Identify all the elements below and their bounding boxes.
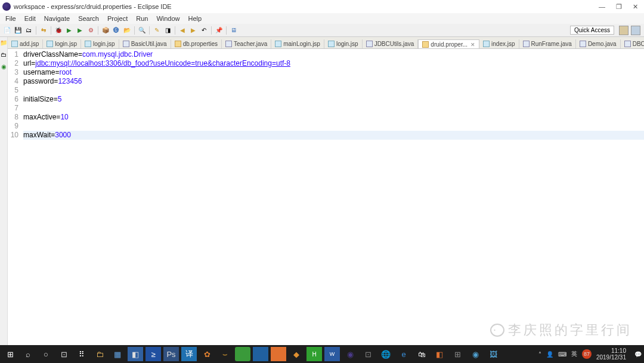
tab-teacher-java[interactable]: Teacher.java [222, 39, 271, 48]
task-eclipse[interactable]: ◉ [342, 347, 358, 361]
toggle-mark-icon[interactable]: ✎ [152, 26, 162, 35]
search-icon[interactable]: 🔍 [137, 26, 147, 35]
minimize-button[interactable]: — [599, 3, 605, 10]
save-all-icon[interactable]: 🗂 [24, 26, 33, 35]
java-file-icon [225, 41, 232, 47]
tab-login-jsp-3[interactable]: login.jsp [324, 39, 363, 48]
task-store[interactable]: 🛍 [414, 347, 429, 361]
task-app-14[interactable]: ⊞ [450, 347, 465, 361]
menu-edit[interactable]: Edit [21, 14, 39, 23]
task-explorer[interactable]: 🗀 [92, 347, 107, 361]
java-file-icon [523, 41, 530, 47]
java-file-icon [123, 41, 129, 47]
cortana-icon[interactable]: ○ [38, 347, 54, 361]
task-photoshop[interactable]: Ps [163, 347, 179, 361]
tray-keyboard-icon[interactable]: ⌨ [558, 351, 566, 358]
open-type-icon[interactable]: 📂 [122, 26, 132, 35]
windows-taskbar: ⊞ ⌕ ○ ⊡ ⠿ 🗀 ▦ ◧ ≥ Ps 译 ✿ ⌣ ◆ H W ◉ ⊡ 🌐 e… [0, 345, 644, 363]
tab-jdbcutils-java[interactable]: JDBCUtils.java [363, 39, 419, 48]
task-chrome[interactable]: 🌐 [378, 347, 394, 361]
outline-icon[interactable]: ◉ [0, 63, 7, 70]
last-edit-icon[interactable]: ↶ [199, 26, 209, 35]
code-content[interactable]: driverClassName=com.mysql.jdbc.Driverurl… [21, 49, 644, 351]
forward-icon[interactable]: ▶ [188, 26, 198, 35]
editor-area[interactable]: 12345678910 driverClassName=com.mysql.jd… [8, 49, 644, 351]
task-app-5[interactable]: 译 [181, 347, 197, 361]
menu-run[interactable]: Run [133, 14, 151, 23]
task-app-1[interactable]: ⠿ [74, 347, 89, 361]
task-xshell[interactable] [253, 347, 268, 361]
task-powershell[interactable]: ≥ [145, 347, 161, 361]
menu-file[interactable]: File [2, 14, 19, 23]
tab-login-jsp-1[interactable]: login.jsp [43, 39, 81, 48]
tab-index-jsp[interactable]: index.jsp [479, 39, 519, 48]
jsp-file-icon [483, 41, 490, 47]
save-icon[interactable]: 💾 [13, 26, 23, 35]
external-tools-icon[interactable]: ⚙ [86, 26, 95, 35]
pin-icon[interactable]: 📌 [214, 26, 224, 35]
menu-help[interactable]: Help [185, 14, 205, 23]
new-icon[interactable]: 📄 [2, 26, 12, 35]
tab-mainlogin-jsp[interactable]: mainLogin.jsp [271, 39, 324, 48]
tab-druid-properties[interactable]: druid.proper...✕ [418, 39, 479, 49]
jsp-file-icon [328, 41, 335, 47]
tab-db-properties[interactable]: db.properties [171, 39, 222, 48]
tab-runframe-java[interactable]: RunFrame.java [519, 39, 576, 48]
toolbar: 📄 💾 🗂 ⇆ 🐞 ▶ ▶ ⚙ 📦 🅒 📂 🔍 ✎ ◨ ◀ ▶ ↶ 📌 🖥 Qu… [0, 24, 644, 37]
tray-people-icon[interactable]: 👤 [546, 351, 553, 358]
navigator-icon[interactable]: 🗀 [0, 51, 7, 59]
tray-notification-badge[interactable]: 87 [582, 349, 592, 359]
run-icon[interactable]: ▶ [64, 26, 74, 35]
quick-access-input[interactable]: Quick Access [570, 26, 614, 35]
properties-file-icon [175, 41, 181, 47]
task-photos[interactable]: 🖼 [485, 347, 501, 361]
new-package-icon[interactable]: 📦 [101, 26, 110, 35]
debug-icon[interactable]: 🐞 [54, 26, 63, 35]
tray-action-center-icon[interactable]: 💬 [634, 351, 642, 358]
task-app-2[interactable]: ▦ [110, 347, 125, 361]
task-edge[interactable]: e [396, 347, 411, 361]
tab-dbconnection-java[interactable]: DBConnectio... [621, 39, 644, 48]
task-amazon[interactable]: ⌣ [217, 347, 233, 361]
run-last-icon[interactable]: ▶ [75, 26, 85, 35]
close-button[interactable]: ✕ [633, 3, 638, 11]
task-app-3[interactable]: ◧ [128, 347, 143, 361]
jsp-file-icon [275, 41, 281, 47]
perspective-javaee-icon[interactable] [619, 26, 628, 35]
task-app-9[interactable]: ◆ [289, 347, 304, 361]
task-app-11[interactable]: ⊡ [360, 347, 376, 361]
server-icon[interactable]: 🖥 [229, 26, 239, 35]
task-app-15[interactable]: ◉ [467, 347, 483, 361]
back-icon[interactable]: ◀ [178, 26, 187, 35]
menu-window[interactable]: Window [153, 14, 182, 23]
task-app-13[interactable]: ◧ [432, 347, 447, 361]
start-button[interactable]: ⊞ [2, 347, 18, 361]
tab-login-jsp-2[interactable]: login.jsp [81, 39, 119, 48]
tray-ime[interactable]: 英 [571, 350, 577, 358]
tab-basicutil-java[interactable]: BasicUtil.java [119, 39, 171, 48]
task-app-8[interactable] [271, 347, 286, 361]
perspective-java-icon[interactable] [631, 26, 640, 35]
window-title: workspace - express/src/druid.properties… [14, 3, 172, 10]
search-task-icon[interactable]: ⌕ [20, 347, 36, 361]
tray-chevron-up-icon[interactable]: ˄ [538, 351, 541, 358]
restore-button[interactable]: ❐ [616, 3, 622, 11]
tab-demo-java[interactable]: Demo.java [576, 39, 621, 48]
tab-add-jsp[interactable]: add.jsp [8, 39, 43, 48]
annotation-icon[interactable]: ◨ [163, 26, 172, 35]
task-word[interactable]: W [324, 347, 340, 361]
task-app-6[interactable]: ✿ [199, 347, 215, 361]
task-hbuilder[interactable]: H [306, 347, 322, 361]
task-utorrent[interactable] [235, 347, 250, 361]
tray-clock[interactable]: 11:10 2019/12/31 [596, 347, 630, 361]
project-explorer-icon[interactable]: 📁 [0, 39, 7, 47]
menu-search[interactable]: Search [75, 14, 102, 23]
task-view-icon[interactable]: ⊡ [56, 347, 72, 361]
editor-tabs: add.jsp login.jsp login.jsp BasicUtil.ja… [8, 37, 644, 49]
new-class-icon[interactable]: 🅒 [112, 26, 121, 35]
switch-icon[interactable]: ⇆ [39, 26, 48, 35]
menu-navigate[interactable]: Navigate [41, 14, 73, 23]
close-tab-icon[interactable]: ✕ [470, 42, 475, 48]
jsp-file-icon [11, 41, 18, 47]
menu-project[interactable]: Project [104, 14, 131, 23]
